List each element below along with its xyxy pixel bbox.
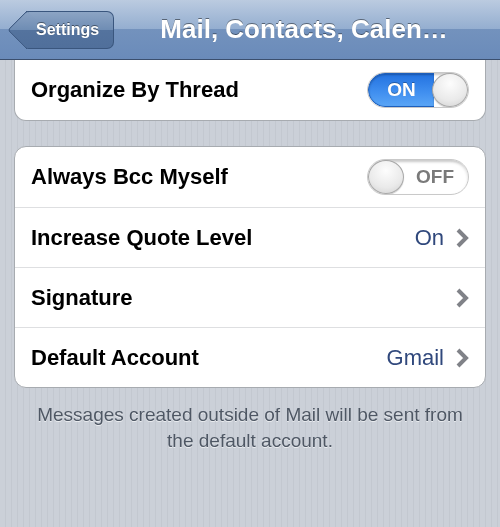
row-always-bcc-myself[interactable]: Always Bcc Myself ON OFF	[15, 147, 485, 207]
row-label: Increase Quote Level	[31, 225, 252, 251]
row-value: On	[415, 225, 444, 251]
row-label: Default Account	[31, 345, 199, 371]
row-default-account[interactable]: Default Account Gmail	[15, 327, 485, 387]
row-increase-quote-level[interactable]: Increase Quote Level On	[15, 207, 485, 267]
switch-on-label: ON	[368, 73, 434, 107]
back-button[interactable]: Settings	[26, 11, 114, 49]
page-title: Mail, Contacts, Calen…	[122, 14, 486, 45]
row-label: Always Bcc Myself	[31, 164, 228, 190]
row-organize-by-thread[interactable]: Organize By Thread ON OFF	[15, 60, 485, 120]
row-value: Gmail	[387, 345, 444, 371]
chevron-right-icon	[456, 288, 469, 308]
nav-bar: Settings Mail, Contacts, Calen…	[0, 0, 500, 60]
row-label: Organize By Thread	[31, 77, 239, 103]
group-footer-text: Messages created outside of Mail will be…	[30, 402, 470, 453]
settings-group-threading: Organize By Thread ON OFF	[14, 60, 486, 121]
content: Organize By Thread ON OFF Always Bcc Mys…	[0, 60, 500, 527]
switch-knob-icon	[432, 73, 468, 107]
chevron-right-icon	[456, 348, 469, 368]
row-signature[interactable]: Signature	[15, 267, 485, 327]
switch-always-bcc[interactable]: ON OFF	[367, 159, 469, 195]
back-button-label: Settings	[36, 21, 99, 39]
settings-group-composing: Always Bcc Myself ON OFF Increase Quote …	[14, 146, 486, 388]
row-label: Signature	[31, 285, 132, 311]
switch-knob-icon	[368, 160, 404, 194]
switch-organize-by-thread[interactable]: ON OFF	[367, 72, 469, 108]
switch-off-label: OFF	[402, 160, 468, 194]
chevron-right-icon	[456, 228, 469, 248]
